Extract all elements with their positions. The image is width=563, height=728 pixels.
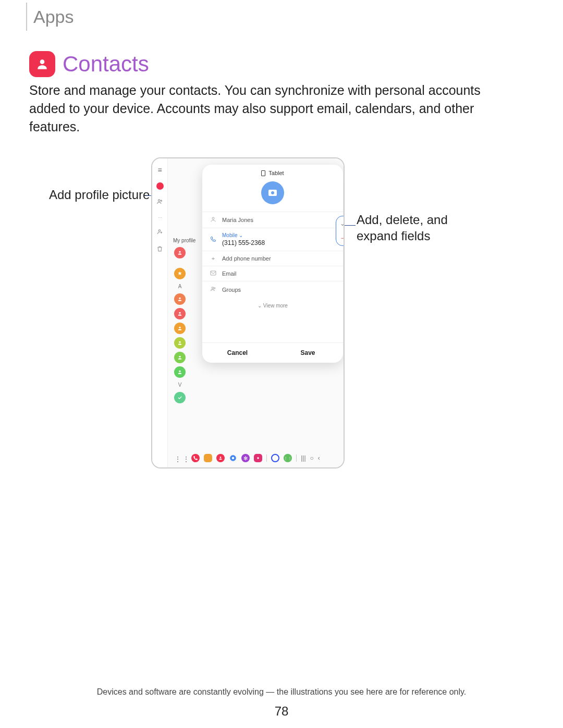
dock-app-chrome[interactable] <box>229 454 237 462</box>
svg-point-18 <box>214 288 215 289</box>
title-row: Contacts <box>29 51 149 77</box>
dock-app-browser[interactable] <box>271 454 279 462</box>
letter-header-v: V <box>178 382 182 388</box>
storage-location[interactable]: Tablet <box>202 170 343 176</box>
camera-icon <box>268 190 277 196</box>
storage-label: Tablet <box>268 170 284 176</box>
phone-icon <box>210 236 217 243</box>
device-sidebar: ≡ ⋯ <box>152 158 168 467</box>
section-name: Apps <box>33 3 74 31</box>
contacts-tab-icon[interactable] <box>156 182 164 190</box>
svg-point-14 <box>258 457 259 459</box>
list-item[interactable] <box>174 392 186 403</box>
page-title: Contacts <box>63 52 149 77</box>
svg-point-17 <box>212 287 213 289</box>
cancel-button[interactable]: Cancel <box>202 343 273 363</box>
list-item[interactable] <box>174 293 186 305</box>
device-frame: ≡ ⋯ My profile A V t from the li <box>151 157 345 468</box>
add-contact-icon[interactable] <box>156 228 164 237</box>
svg-point-1 <box>158 200 160 202</box>
list-item[interactable] <box>174 308 186 319</box>
svg-point-10 <box>179 371 180 372</box>
svg-point-13 <box>232 457 235 460</box>
my-profile-label: My profile <box>173 238 195 243</box>
groups-label: Groups <box>222 287 241 293</box>
name-field[interactable]: Maria Jones <box>202 212 343 228</box>
dock-app-gallery[interactable]: ✻ <box>241 454 250 462</box>
avatar-profile[interactable] <box>174 247 186 258</box>
list-item[interactable] <box>174 337 186 349</box>
dock-app-messages[interactable]: ⋮⋮ <box>284 454 292 462</box>
intro-text: Store and manage your contacts. You can … <box>29 81 498 136</box>
email-label: Email <box>222 270 237 277</box>
svg-rect-16 <box>211 271 216 275</box>
dots-icon: ⋯ <box>158 215 162 220</box>
avatar-favorite[interactable] <box>174 268 186 279</box>
callout-profile-picture: Add profile picture <box>49 188 150 202</box>
save-button[interactable]: Save <box>273 343 343 363</box>
contact-editor-panel: Tablet Maria Jones Mobile ⌄ (311) 555-23… <box>202 165 343 363</box>
add-phone-label: Add phone number <box>222 255 271 262</box>
menu-icon[interactable]: ≡ <box>157 166 162 174</box>
svg-point-3 <box>158 230 161 232</box>
add-phone-row[interactable]: + Add phone number <box>202 251 343 266</box>
dock-separator <box>296 454 297 462</box>
svg-point-0 <box>40 59 45 64</box>
name-value: Maria Jones <box>222 217 253 223</box>
dock-app-contacts[interactable] <box>216 454 225 462</box>
contact-list: A V <box>174 247 186 403</box>
expand-buttons-callout: ⌄ − <box>336 216 345 246</box>
phone-number: (311) 555-2368 <box>222 239 265 246</box>
person-icon <box>210 216 217 224</box>
svg-point-4 <box>179 251 180 253</box>
chevron-down-icon: ⌄ <box>258 303 262 309</box>
svg-point-15 <box>212 217 214 219</box>
view-more-button[interactable]: ⌄ View more <box>202 298 343 319</box>
groups-field[interactable]: Groups <box>202 281 343 298</box>
footer-disclaimer: Devices and software are constantly evol… <box>0 687 563 697</box>
dock-separator <box>266 454 267 462</box>
remove-field-button[interactable]: − <box>336 231 345 245</box>
page-header-bar: Apps <box>26 3 74 31</box>
dock-app-camera[interactable] <box>254 454 262 462</box>
letter-header-a: A <box>178 283 182 289</box>
expand-field-button[interactable]: ⌄ <box>336 216 345 231</box>
svg-point-11 <box>220 456 222 458</box>
svg-point-7 <box>179 327 180 328</box>
svg-point-5 <box>179 298 180 299</box>
callout-expand-fields: Add, delete, and expand fields <box>357 212 461 244</box>
phone-field[interactable]: Mobile ⌄ (311) 555-2368 <box>202 228 343 251</box>
page-number: 78 <box>0 704 563 719</box>
dock-app-folder[interactable] <box>204 454 212 462</box>
list-item[interactable] <box>174 352 186 363</box>
device-dock: ✻ ⋮⋮ ||| ○ ‹ <box>168 451 344 465</box>
editor-actions: Cancel Save <box>202 342 343 363</box>
plus-icon: + <box>210 255 217 262</box>
email-field[interactable]: Email <box>202 266 343 281</box>
chevron-down-icon: ⌄ <box>239 232 243 238</box>
svg-point-6 <box>179 312 180 314</box>
trash-icon[interactable] <box>156 245 163 254</box>
email-icon <box>210 270 217 277</box>
svg-point-8 <box>179 341 180 343</box>
contacts-app-icon <box>29 51 55 77</box>
nav-home-icon[interactable]: ○ <box>310 454 314 462</box>
svg-point-2 <box>161 200 162 201</box>
add-profile-picture-button[interactable] <box>261 181 284 204</box>
nav-recents-icon[interactable]: ||| <box>301 454 305 462</box>
nav-back-icon[interactable]: ‹ <box>318 454 320 462</box>
phone-type-selector[interactable]: Mobile ⌄ <box>222 232 265 238</box>
list-item[interactable] <box>174 323 186 334</box>
groups-icon[interactable] <box>156 198 164 207</box>
tablet-icon <box>261 170 265 176</box>
svg-point-9 <box>179 356 180 357</box>
list-item[interactable] <box>174 366 186 378</box>
dock-app-phone[interactable] <box>191 454 200 462</box>
groups-field-icon <box>210 286 217 293</box>
